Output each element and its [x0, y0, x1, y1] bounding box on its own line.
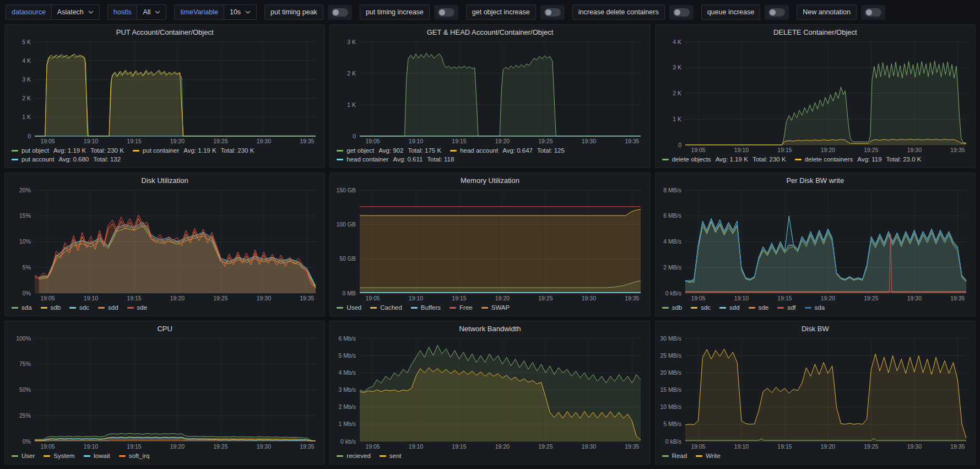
series-stat: Total: 230 K [90, 147, 124, 155]
legend-item[interactable]: sdd [98, 304, 118, 312]
variable-value-dropdown[interactable]: All [137, 4, 166, 20]
chart-area[interactable]: 19:0519:1019:1519:2019:2519:3019:350 kB/… [658, 334, 973, 451]
legend-item[interactable]: sdb [41, 304, 61, 312]
legend-item[interactable]: User [12, 452, 35, 460]
chart-area[interactable]: 19:0519:1019:1519:2019:2519:3019:350 MB5… [332, 186, 647, 303]
series-stat: Total: 118 [427, 155, 454, 164]
toggle-switch[interactable] [861, 5, 885, 20]
chevron-down-icon [245, 10, 251, 14]
svg-text:1 K: 1 K [673, 116, 681, 122]
legend-item[interactable]: sdc [691, 304, 711, 312]
variable-value-dropdown[interactable]: 10s [224, 4, 257, 20]
svg-text:50 GB: 50 GB [340, 255, 356, 262]
legend-item[interactable]: sdc [69, 304, 89, 312]
chart-area[interactable]: 19:0519:1019:1519:2019:2519:3019:3501 K2… [7, 37, 322, 145]
chart-area[interactable]: 19:0519:1019:1519:2019:2519:3019:3501 K2… [658, 37, 973, 154]
legend-item[interactable]: sent [380, 452, 402, 460]
panel-disk-utilization: Disk Utilization19:0519:1019:1519:2019:2… [4, 172, 325, 316]
legend-item[interactable]: delete objectsAvg: 1.19 KTotal: 230 K [662, 155, 786, 164]
legend: delete objectsAvg: 1.19 KTotal: 230 Kdel… [656, 154, 975, 168]
series-stat: Avg: 1.19 K [53, 147, 86, 155]
chart-area[interactable]: 19:0519:1019:1519:2019:2519:3019:350%25%… [7, 334, 322, 451]
legend-item[interactable]: sda [12, 304, 32, 312]
legend-item[interactable]: head containerAvg: 0.611Total: 118 [337, 155, 454, 164]
legend-item[interactable]: Free [450, 304, 473, 312]
series-color-marker [662, 159, 669, 160]
svg-text:19:05: 19:05 [366, 138, 380, 144]
legend-item[interactable]: Read [662, 452, 687, 460]
panel-title[interactable]: Disk Utilization [5, 173, 324, 186]
chart-canvas[interactable]: 19:0519:1019:1519:2019:2519:3019:350%25%… [7, 334, 322, 451]
svg-text:19:05: 19:05 [691, 147, 705, 153]
chart-canvas[interactable]: 19:0519:1019:1519:2019:2519:3019:350 MB5… [332, 186, 647, 303]
svg-text:19:35: 19:35 [950, 295, 965, 301]
chart-area[interactable]: 19:0519:1019:1519:2019:2519:3019:350 kb/… [332, 334, 647, 451]
chart-canvas[interactable]: 19:0519:1019:1519:2019:2519:3019:3501 K2… [658, 37, 973, 154]
series-color-marker [450, 150, 457, 152]
series-label: Buffers [421, 304, 441, 312]
chart-canvas[interactable]: 19:0519:1019:1519:2019:2519:3019:350%5%1… [7, 186, 322, 303]
legend-item[interactable]: Write [696, 452, 721, 460]
panel-title[interactable]: Memory Utilization [330, 173, 649, 186]
legend-item[interactable]: SWAP [481, 304, 510, 312]
panel-title[interactable]: Per Disk BW write [656, 173, 975, 186]
legend-item[interactable]: recieved [337, 452, 370, 460]
panel-title[interactable]: Network Bandwidth [330, 321, 649, 334]
legend-item[interactable]: sdd [719, 304, 740, 312]
toggle-switch[interactable] [434, 5, 458, 20]
legend-item[interactable]: Used [337, 304, 361, 312]
panel-title[interactable]: PUT Account/Container/Object [5, 25, 324, 37]
legend-item[interactable]: put accountAvg: 0.680Total: 132 [12, 155, 121, 164]
legend-item[interactable]: sda [805, 304, 825, 312]
switch-track [544, 8, 561, 17]
svg-text:2 Mb/s: 2 Mb/s [339, 403, 356, 410]
toggle-switch[interactable] [765, 5, 789, 20]
chart-area[interactable]: 19:0519:1019:1519:2019:2519:3019:350%5%1… [7, 186, 322, 303]
svg-text:19:05: 19:05 [40, 295, 55, 301]
legend-item[interactable]: delete containersAvg: 119Total: 23.0 K [795, 155, 922, 164]
legend-item[interactable]: put objectAvg: 1.19 KTotal: 230 K [12, 147, 124, 155]
svg-text:75%: 75% [19, 360, 31, 367]
chart-canvas[interactable]: 19:0519:1019:1519:2019:2519:3019:350 kB/… [658, 186, 973, 303]
panel-title[interactable]: GET & HEAD Account/Container/Object [330, 25, 649, 37]
legend-item[interactable]: Iowait [84, 452, 110, 460]
panel-title[interactable]: CPU [5, 321, 324, 334]
chart-area[interactable]: 19:0519:1019:1519:2019:2519:3019:350 kB/… [658, 186, 973, 303]
legend-item[interactable]: put containerAvg: 1.19 KTotal: 230 K [133, 147, 254, 155]
legend-item[interactable]: System [44, 452, 74, 460]
series-label: sdb [51, 304, 61, 312]
legend-item[interactable]: sdf [777, 304, 795, 312]
toggle-switch[interactable] [540, 5, 565, 20]
legend-item[interactable]: get objectAvg: 902Total: 175 K [337, 147, 441, 155]
chart-canvas[interactable]: 19:0519:1019:1519:2019:2519:3019:350 kB/… [658, 334, 973, 451]
svg-text:19:20: 19:20 [495, 138, 510, 144]
series-label: Free [459, 304, 473, 312]
panel-title[interactable]: Disk BW [656, 321, 975, 334]
chart-canvas[interactable]: 19:0519:1019:1519:2019:2519:3019:3501 K2… [7, 37, 322, 145]
svg-text:5 MB/s: 5 MB/s [663, 421, 681, 427]
toggle-switch[interactable] [669, 5, 694, 20]
svg-text:19:35: 19:35 [625, 295, 639, 301]
panel-title[interactable]: DELETE Container/Object [656, 25, 975, 37]
chart-canvas[interactable]: 19:0519:1019:1519:2019:2519:3019:350 kb/… [332, 334, 647, 451]
legend-item[interactable]: head accountAvg: 0.647Total: 125 [450, 147, 565, 155]
chart-canvas[interactable]: 19:0519:1019:1519:2019:2519:3019:3501 K2… [332, 37, 647, 145]
series-color-marker [44, 455, 50, 457]
legend-item[interactable]: sdb [662, 304, 683, 312]
legend: UsedCachedBuffersFreeSWAP [330, 303, 649, 316]
legend-item[interactable]: soft_irq [119, 452, 150, 460]
switch-track [332, 8, 348, 17]
chart-area[interactable]: 19:0519:1019:1519:2019:2519:3019:3501 K2… [332, 37, 647, 145]
svg-text:19:10: 19:10 [409, 295, 423, 301]
panel-delete-container-object: DELETE Container/Object19:0519:1019:1519… [655, 24, 976, 168]
toggle-switch[interactable] [328, 5, 352, 20]
legend-item[interactable]: sde [127, 304, 148, 312]
svg-text:19:15: 19:15 [452, 443, 467, 450]
series-color-marker [662, 455, 669, 457]
svg-text:19:05: 19:05 [40, 138, 55, 144]
legend-item[interactable]: Buffers [411, 304, 441, 312]
legend-item[interactable]: sde [749, 304, 769, 312]
legend-item[interactable]: Cached [370, 304, 402, 312]
variable-value-dropdown[interactable]: Asiatech [52, 4, 100, 20]
series-label: recieved [346, 452, 370, 460]
